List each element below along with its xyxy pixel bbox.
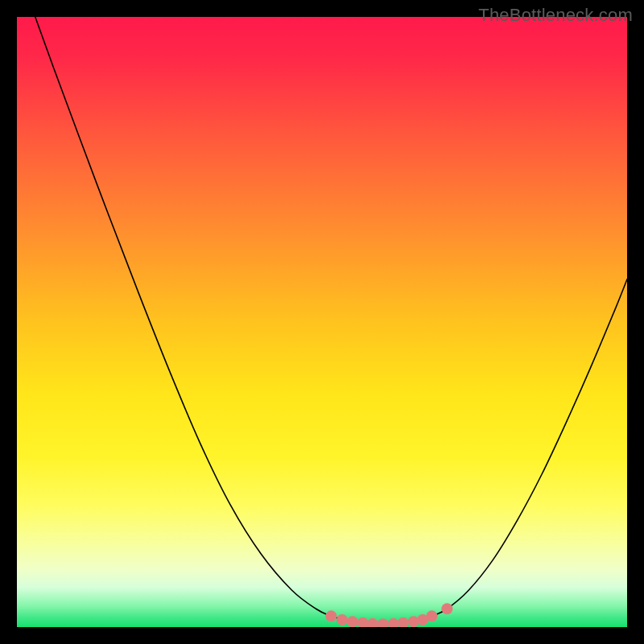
bottleneck-chart bbox=[17, 17, 627, 627]
highlight-marker bbox=[347, 616, 358, 627]
highlight-marker bbox=[426, 610, 437, 621]
watermark-text: TheBottleneck.com bbox=[478, 5, 633, 26]
highlight-marker bbox=[336, 614, 348, 625]
highlight-marker bbox=[441, 603, 452, 614]
highlight-marker bbox=[325, 610, 336, 621]
chart-stage: TheBottleneck.com bbox=[0, 0, 644, 644]
heatmap-background bbox=[17, 17, 627, 627]
plot-area bbox=[17, 17, 627, 627]
